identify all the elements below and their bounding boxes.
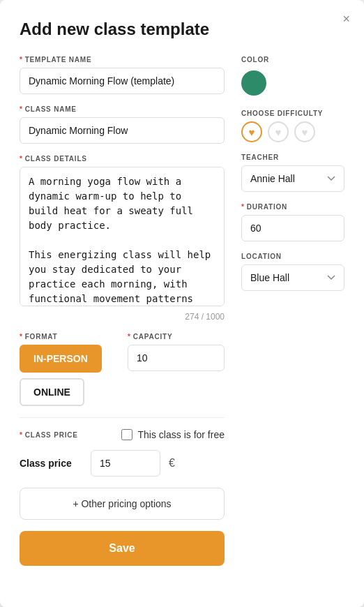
free-checkbox-row: This class is for free [121, 429, 225, 440]
location-select[interactable]: Blue Hall Green Hall Red Hall [241, 264, 344, 291]
form-left: *TEMPLATE NAME *CLASS NAME *CLASS DETAIL… [20, 56, 225, 566]
price-header: *CLASS PRICE This class is for free [20, 429, 225, 440]
form-right: COLOR CHOOSE DIFFICULTY ♥ ♥ ♥ TEACHER An… [241, 56, 344, 566]
difficulty-2-button[interactable]: ♥ [268, 121, 289, 142]
required-star-6: * [20, 431, 23, 439]
free-checkbox[interactable] [121, 429, 132, 440]
capacity-input[interactable] [128, 345, 225, 371]
class-details-group: *CLASS DETAILS A morning yoga flow with … [20, 155, 225, 322]
teacher-label: TEACHER [241, 153, 344, 161]
capacity-col: *CAPACITY [128, 333, 225, 406]
modal-title: Add new class template [20, 20, 344, 39]
other-pricing-button[interactable]: + Other pricing options [20, 488, 225, 520]
template-name-group: *TEMPLATE NAME [20, 56, 225, 94]
color-swatch[interactable] [241, 70, 266, 96]
difficulty-3-button[interactable]: ♥ [294, 121, 315, 142]
save-button[interactable]: Save [20, 531, 225, 566]
price-input[interactable] [91, 450, 160, 477]
template-name-label: *TEMPLATE NAME [20, 56, 225, 63]
capacity-label: *CAPACITY [128, 333, 225, 340]
price-section: *CLASS PRICE This class is for free Clas… [20, 417, 225, 477]
format-in-person-button[interactable]: IN-PERSON [20, 345, 102, 373]
format-capacity-row: *FORMAT IN-PERSON ONLINE *CAPACITY [20, 333, 225, 406]
format-label: *FORMAT [20, 333, 116, 340]
free-label: This class is for free [138, 429, 225, 440]
char-count: 274 / 1000 [20, 312, 225, 322]
format-buttons: IN-PERSON ONLINE [20, 345, 116, 406]
class-price-label: *CLASS PRICE [20, 431, 78, 439]
class-name-group: *CLASS NAME [20, 105, 225, 144]
heart-3-icon: ♥ [302, 126, 308, 138]
duration-label: *DURATION [241, 203, 344, 211]
location-label: LOCATION [241, 253, 344, 260]
required-star: * [20, 56, 23, 63]
required-star-4: * [20, 333, 23, 340]
difficulty-row: ♥ ♥ ♥ [241, 121, 344, 142]
required-star-5: * [128, 333, 131, 340]
difficulty-1-button[interactable]: ♥ [241, 121, 262, 142]
duration-input[interactable] [241, 215, 344, 241]
difficulty-label: CHOOSE DIFFICULTY [241, 110, 344, 117]
required-star-2: * [20, 105, 23, 113]
class-details-textarea[interactable]: A morning yoga flow with a dynamic warm-… [20, 167, 225, 306]
template-name-input[interactable] [20, 68, 225, 94]
format-col: *FORMAT IN-PERSON ONLINE [20, 333, 116, 406]
required-star-7: * [241, 203, 245, 211]
teacher-select[interactable]: Annie Hall Other Teacher [241, 165, 344, 192]
close-button[interactable]: × [342, 13, 350, 25]
class-details-label: *CLASS DETAILS [20, 155, 225, 163]
price-label-text: Class price [20, 458, 82, 469]
price-row: Class price € [20, 450, 225, 477]
heart-1-icon: ♥ [249, 126, 255, 138]
required-star-3: * [20, 155, 23, 163]
heart-2-icon: ♥ [275, 126, 282, 138]
class-name-label: *CLASS NAME [20, 105, 225, 113]
format-online-button[interactable]: ONLINE [20, 378, 84, 406]
add-class-template-modal: × Add new class template *TEMPLATE NAME … [0, 0, 364, 607]
class-name-input[interactable] [20, 117, 225, 144]
color-label: COLOR [241, 56, 344, 63]
currency-symbol: € [169, 457, 175, 470]
